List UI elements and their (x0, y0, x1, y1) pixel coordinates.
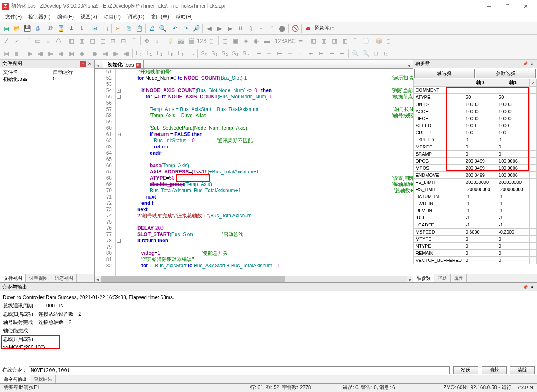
axis-row[interactable]: ENDMOVE200.3499100.0006 (414, 172, 537, 179)
menu-project[interactable]: 项目(P) (101, 13, 124, 21)
nostop-icon[interactable]: 🚫 (290, 23, 300, 33)
axis-row[interactable]: MERGE00 (414, 143, 537, 151)
stepover-icon[interactable]: ⤷ (256, 23, 266, 33)
open-icon[interactable]: 📂 (12, 23, 22, 33)
file-tab[interactable]: 初始化.bas × (103, 60, 144, 68)
clear-button[interactable]: 清除 (510, 366, 535, 374)
pin-icon[interactable]: ▪ (80, 61, 86, 67)
axis-row[interactable]: SPEED10001000 (414, 122, 537, 129)
print-icon[interactable]: 🖨 (147, 23, 157, 33)
capture-button[interactable]: 捕获 (482, 366, 507, 374)
axis-row[interactable]: FWD_IN-1-1 (414, 200, 537, 207)
file-list[interactable]: 初始化.bas0 (0, 75, 94, 274)
code-editor[interactable]: 515253545556 575859606162 636465666768 6… (95, 69, 413, 276)
tab-find[interactable]: 查找结果 (30, 375, 56, 383)
axis-row[interactable]: UNITS1000010000 (414, 101, 537, 108)
axis-row[interactable]: NTYPE00 (414, 243, 537, 250)
mail-icon[interactable]: ✉ (90, 23, 100, 33)
file-row[interactable]: 初始化.bas0 (0, 75, 94, 83)
minimize-button[interactable]: ─ (480, 1, 498, 12)
axis-row[interactable]: MSPEED0.3000-0.2000 (414, 229, 537, 236)
break-icon[interactable]: ⬤ (277, 23, 287, 33)
fwd-icon[interactable]: ▶ (214, 23, 224, 33)
saveall-icon[interactable]: ⎙ (33, 23, 43, 33)
tab-help[interactable]: 帮助 (434, 274, 451, 282)
cut-icon[interactable]: ✂ (113, 23, 123, 33)
tab-proc-view[interactable]: 过程视图 (26, 274, 51, 282)
connect-icon[interactable]: ⇵ (45, 23, 55, 33)
menu-help[interactable]: 帮助(H) (172, 13, 196, 21)
undo-icon[interactable]: ↶ (170, 23, 180, 33)
axis-row[interactable]: REMAIN00 (414, 250, 537, 257)
axis-row[interactable]: FS_LIMIT200000000200000000 (414, 179, 537, 186)
pin-icon[interactable]: 📌 (522, 284, 528, 290)
tab-group-view[interactable]: 组态视图 (51, 274, 77, 282)
pin-icon[interactable]: 📌 (522, 61, 528, 67)
axis-header: 轴参数 📌 ✕ (413, 60, 537, 68)
tab-close-icon[interactable]: × (136, 63, 141, 68)
close-button[interactable]: ✕ (517, 1, 535, 12)
sync-icon[interactable]: ⏳ (56, 23, 66, 33)
tab-axis[interactable]: 轴参数 (413, 274, 434, 282)
axis-row[interactable]: DECEL1000010000 (414, 115, 537, 122)
axis-table[interactable]: 轴0轴1▵ COMMENTATYPE5050UNITS1000010000ACC… (413, 79, 537, 274)
toolbar-2: ╱ ⟋ ⌒ ▭ ○ ⬠ ▦▥▤ ◫⊞⊟ Ｔ ✥↕ 💡📷🎬 123⬚ ▢▣◈ ◉▬… (0, 35, 537, 47)
estop-icon[interactable]: ⏺ (303, 23, 313, 33)
tab-attr[interactable]: 属性 (451, 274, 467, 282)
cmd-input[interactable] (29, 366, 450, 374)
pause-icon[interactable]: ⏸ (235, 23, 245, 33)
stepin-icon[interactable]: ⤵ (246, 23, 256, 33)
menu-debug[interactable]: 调试(D) (124, 13, 148, 21)
preview-icon[interactable]: 🔍 (157, 23, 167, 33)
menu-window[interactable]: 窗口(W) (148, 13, 172, 21)
net-icon[interactable]: ⬚ (100, 23, 110, 33)
axis-row[interactable]: ATYPE5050 (414, 94, 537, 101)
param-select-button[interactable]: 参数选择 (476, 69, 536, 78)
axis-select-button[interactable]: 轴选择 (414, 69, 475, 78)
menu-view[interactable]: 视图(V) (77, 13, 101, 21)
menu-edit[interactable]: 编辑(E) (54, 13, 77, 21)
download2-icon[interactable]: ⤓ (77, 23, 87, 33)
paste-icon[interactable]: 📋 (134, 23, 144, 33)
menu-file[interactable]: 文件(F) (2, 13, 25, 21)
download-icon[interactable]: ⬇ (66, 23, 76, 33)
estop-label: 紧急停止 (314, 25, 334, 32)
axis-row[interactable]: DPOS200.3499100.0006 (414, 158, 537, 165)
menu-controller[interactable]: 控制器(C) (25, 13, 54, 21)
new-icon[interactable]: ▤ (1, 23, 11, 33)
axis-row[interactable]: RS_LIMIT-200000000-200000000 (414, 186, 537, 193)
poly-icon: ⬠ (53, 36, 63, 46)
circle-icon: ○ (43, 36, 53, 46)
copy-icon[interactable]: ⎘ (124, 23, 134, 33)
maximize-button[interactable]: ☐ (498, 1, 517, 12)
axis-row[interactable]: DATUM_IN-1-1 (414, 193, 537, 200)
status-conn: ZMC460N:192.168.0.50 - 运行 (440, 384, 515, 391)
axis-row[interactable]: REV_IN-1-1 (414, 207, 537, 214)
send-button[interactable]: 发送 (453, 366, 478, 374)
editor-hscroll[interactable]: ◂ ▸ (95, 276, 413, 282)
axis-row[interactable]: LOADED-1-1 (414, 221, 537, 229)
close-pane-icon[interactable]: ✕ (529, 61, 535, 67)
axis-row[interactable]: COMMENT (414, 87, 537, 94)
axis-row[interactable]: CREEP100100 (414, 129, 537, 136)
output-area[interactable]: Down to Controller Ram Success, 2021-01-… (0, 291, 537, 365)
redo-icon[interactable]: ↷ (181, 23, 191, 33)
axis-row[interactable]: MPOS200.3499100.0006 (414, 165, 537, 172)
close-pane-icon[interactable]: ✕ (87, 61, 93, 67)
close-pane-icon[interactable]: ✕ (529, 284, 535, 290)
tab-output[interactable]: 命令与输出 (0, 375, 30, 383)
tab-file-view[interactable]: 文件视图 (0, 274, 26, 282)
save-icon[interactable]: 💾 (22, 23, 32, 33)
status-pos: 行: 61, 列: 52, 字符数: 2778 (247, 384, 315, 391)
axis-row[interactable]: IDLE-1-1 (414, 214, 537, 221)
axis-row[interactable]: SRAMP00 (414, 151, 537, 158)
axis-row[interactable]: LSPEED00 (414, 136, 537, 143)
axis-row[interactable]: ACCEL1000010000 (414, 108, 537, 115)
tab-dropdown-icon[interactable]: ▾ (408, 63, 411, 68)
axis-row[interactable]: VECTOR_BUFFERED00 (414, 257, 537, 264)
back-icon[interactable]: ◀ (204, 23, 214, 33)
find-icon[interactable]: 🔎 (191, 23, 201, 33)
stepout-icon[interactable]: ⤴ (267, 23, 277, 33)
run-icon[interactable]: ▶ (225, 23, 235, 33)
axis-row[interactable]: MTYPE00 (414, 236, 537, 243)
